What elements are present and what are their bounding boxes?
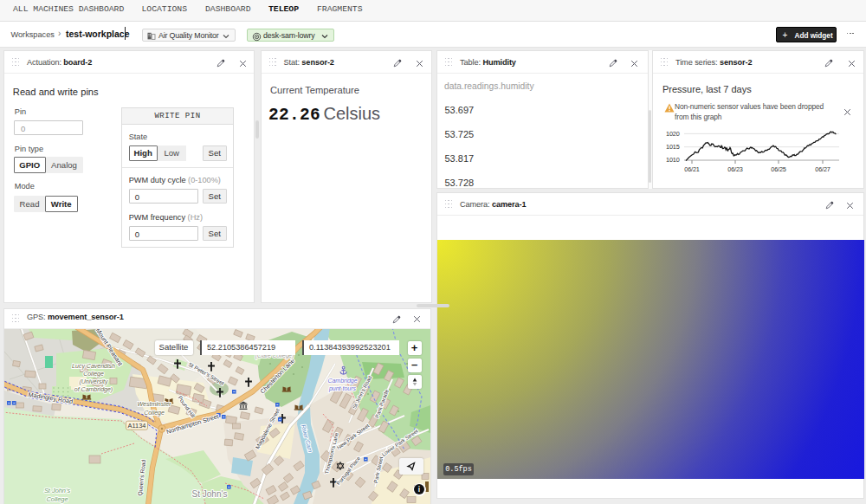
- svg-text:1020: 1020: [666, 130, 680, 138]
- svg-text:06/27: 06/27: [815, 165, 830, 173]
- svg-text:(University: (University: [79, 378, 108, 385]
- svg-text:College: College: [46, 495, 68, 503]
- svg-text:Lucy Cavendish: Lucy Cavendish: [72, 363, 115, 370]
- svg-text:College: College: [83, 371, 104, 378]
- svg-text:1015: 1015: [666, 143, 680, 151]
- svg-text:06/25: 06/25: [771, 165, 785, 173]
- svg-text:06/23: 06/23: [727, 165, 742, 173]
- svg-text:06/21: 06/21: [684, 165, 699, 173]
- svg-text:1010: 1010: [666, 156, 680, 164]
- svg-text:Westminster: Westminster: [138, 401, 171, 407]
- svg-text:St John's: St John's: [192, 489, 228, 499]
- svg-text:punt tours: punt tours: [328, 385, 357, 392]
- svg-text:St John's: St John's: [44, 487, 70, 494]
- svg-text:A1134: A1134: [128, 422, 146, 430]
- svg-text:of Cambridge): of Cambridge): [74, 386, 113, 393]
- svg-text:Cambridge: Cambridge: [327, 378, 357, 384]
- svg-text:College: College: [144, 410, 165, 417]
